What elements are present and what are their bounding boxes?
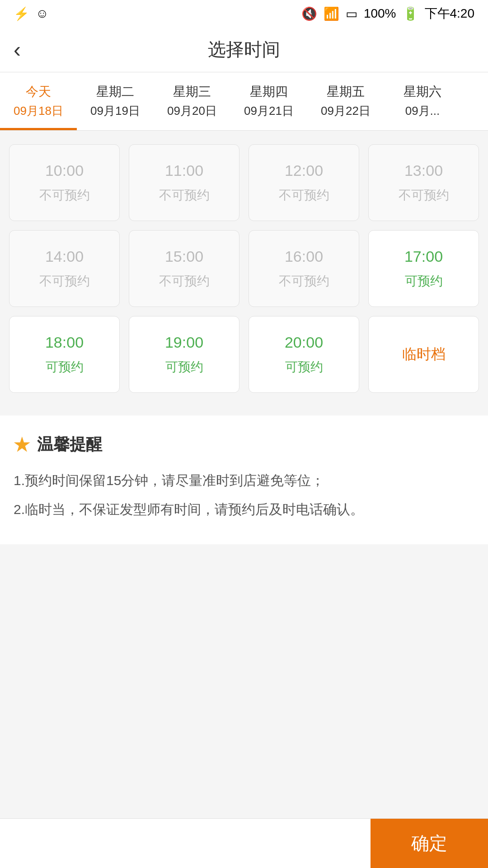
slot-temp-status: 临时档 xyxy=(402,344,446,364)
tab-thursday[interactable]: 星期四 09月21日 xyxy=(230,72,307,130)
slot-19[interactable]: 19:00 可预约 xyxy=(129,316,239,393)
slot-15-time: 15:00 xyxy=(165,248,203,265)
tab-fri-name: 星期五 xyxy=(327,83,365,100)
slot-13-status: 不可预约 xyxy=(399,187,449,204)
slot-14-time: 14:00 xyxy=(45,248,84,265)
slot-20-status: 可预约 xyxy=(285,359,323,376)
slot-13-time: 13:00 xyxy=(404,162,443,179)
notice-line-2: 2.临时当，不保证发型师有时间，请预约后及时电话确认。 xyxy=(14,497,474,522)
page-title: 选择时间 xyxy=(208,37,280,62)
slot-18[interactable]: 18:00 可预约 xyxy=(9,316,120,393)
wifi-icon: 📶 xyxy=(324,6,339,21)
slot-16-time: 16:00 xyxy=(285,248,323,265)
slot-14[interactable]: 14:00 不可预约 xyxy=(9,230,120,307)
slot-12-time: 12:00 xyxy=(285,162,323,179)
notice-section: ★ 温馨提醒 1.预约时间保留15分钟，请尽量准时到店避免等位； 2.临时当，不… xyxy=(0,415,488,544)
tab-today-name: 今天 xyxy=(26,83,51,100)
slot-12[interactable]: 12:00 不可预约 xyxy=(249,144,359,221)
battery-icon: 🔋 xyxy=(403,6,418,21)
notice-title-text: 温馨提醒 xyxy=(37,434,102,456)
notice-title: ★ 温馨提醒 xyxy=(14,434,474,456)
tab-thu-date: 09月21日 xyxy=(244,103,294,119)
tab-wed-date: 09月20日 xyxy=(167,103,217,119)
slot-15-status: 不可预约 xyxy=(159,273,210,290)
slot-17[interactable]: 17:00 可预约 xyxy=(368,230,479,307)
tab-tue-name: 星期二 xyxy=(96,83,134,100)
slot-16[interactable]: 16:00 不可预约 xyxy=(249,230,359,307)
day-tabs: 今天 09月18日 星期二 09月19日 星期三 09月20日 星期四 09月2… xyxy=(0,72,488,131)
tab-wednesday[interactable]: 星期三 09月20日 xyxy=(154,72,230,130)
slot-17-status: 可预约 xyxy=(405,273,443,290)
tab-today[interactable]: 今天 09月18日 xyxy=(0,72,77,130)
slot-18-time: 18:00 xyxy=(45,334,84,351)
notice-content: 1.预约时间保留15分钟，请尽量准时到店避免等位； 2.临时当，不保证发型师有时… xyxy=(14,468,474,522)
mute-icon: 🔇 xyxy=(301,6,317,21)
slot-11[interactable]: 11:00 不可预约 xyxy=(129,144,239,221)
slot-11-status: 不可预约 xyxy=(159,187,210,204)
slot-10-status: 不可预约 xyxy=(39,187,90,204)
status-right: 🔇 📶 ▭ 100% 🔋 下午4:20 xyxy=(301,5,474,22)
slot-19-status: 可预约 xyxy=(165,359,203,376)
tab-fri-date: 09月22日 xyxy=(321,103,371,119)
slot-13[interactable]: 13:00 不可预约 xyxy=(368,144,479,221)
header: ‹ 选择时间 xyxy=(0,27,488,72)
slot-20[interactable]: 20:00 可预约 xyxy=(249,316,359,393)
slots-container: 10:00 不可预约 11:00 不可预约 12:00 不可预约 13:00 不… xyxy=(0,131,488,406)
slot-15[interactable]: 15:00 不可预约 xyxy=(129,230,239,307)
slot-19-time: 19:00 xyxy=(165,334,203,351)
back-button[interactable]: ‹ xyxy=(14,37,21,62)
tab-sat-date: 09月... xyxy=(405,103,440,119)
slot-17-time: 17:00 xyxy=(404,248,443,265)
tab-tuesday[interactable]: 星期二 09月19日 xyxy=(77,72,154,130)
slot-18-status: 可预约 xyxy=(46,359,84,376)
tab-saturday[interactable]: 星期六 09月... xyxy=(384,72,461,130)
confirm-button[interactable]: 确定 xyxy=(371,819,488,868)
notification-icon: ☺ xyxy=(36,6,49,21)
slot-11-time: 11:00 xyxy=(165,162,203,179)
status-left: ⚡ ☺ xyxy=(14,6,49,21)
slot-10-time: 10:00 xyxy=(45,162,84,179)
tab-sat-name: 星期六 xyxy=(404,83,441,100)
slot-14-status: 不可预约 xyxy=(39,273,90,290)
tab-friday[interactable]: 星期五 09月22日 xyxy=(307,72,384,130)
time-display: 下午4:20 xyxy=(425,5,475,22)
slot-10[interactable]: 10:00 不可预约 xyxy=(9,144,120,221)
slot-16-status: 不可预约 xyxy=(279,273,329,290)
bottom-bar: 确定 xyxy=(0,818,488,868)
star-icon: ★ xyxy=(14,434,30,455)
status-bar: ⚡ ☺ 🔇 📶 ▭ 100% 🔋 下午4:20 xyxy=(0,0,488,27)
battery-text: 100% xyxy=(364,6,396,21)
usb-icon: ⚡ xyxy=(14,6,29,21)
tab-today-date: 09月18日 xyxy=(14,103,63,119)
slots-grid: 10:00 不可预约 11:00 不可预约 12:00 不可预约 13:00 不… xyxy=(9,144,479,393)
screen-icon: ▭ xyxy=(346,6,357,21)
slot-20-time: 20:00 xyxy=(285,334,323,351)
slot-temp[interactable]: 临时档 xyxy=(368,316,479,393)
tab-thu-name: 星期四 xyxy=(250,83,288,100)
slot-12-status: 不可预约 xyxy=(279,187,329,204)
notice-line-1: 1.预约时间保留15分钟，请尽量准时到店避免等位； xyxy=(14,468,474,493)
tab-tue-date: 09月19日 xyxy=(90,103,140,119)
tab-wed-name: 星期三 xyxy=(173,83,211,100)
